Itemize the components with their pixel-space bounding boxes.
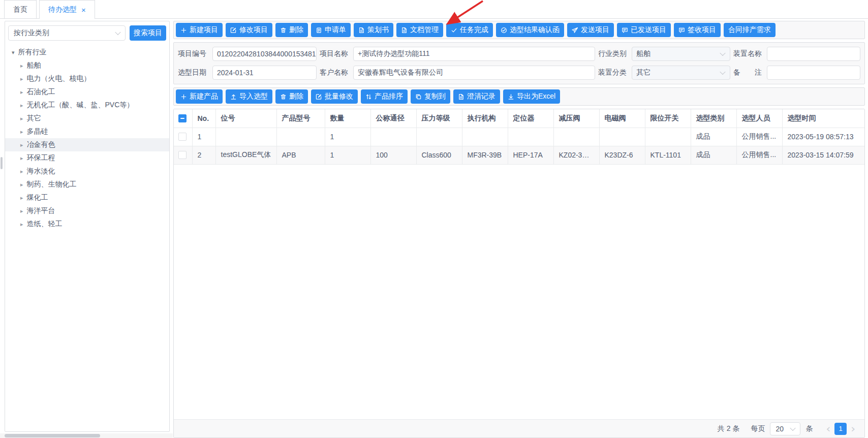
row-checkbox-cell [174, 128, 192, 146]
column-header: 位号 [215, 109, 276, 128]
delete-project-button[interactable]: 删除 [275, 23, 308, 37]
export-excel-button[interactable]: 导出为Excel [503, 89, 560, 104]
page-size-value: 20 [776, 425, 784, 433]
delete-product-button[interactable]: 删除 [275, 89, 308, 104]
row-checkbox[interactable] [178, 133, 187, 141]
tree-item-label: 煤化工 [27, 193, 48, 202]
tree-item[interactable]: ▸海水淡化 [5, 165, 169, 178]
per-page-label: 每页 [751, 424, 765, 433]
device-class-select[interactable]: 其它 [632, 66, 730, 80]
tree-item-label: 海水淡化 [27, 167, 55, 176]
product-sort-button[interactable]: 产品排序 [361, 89, 408, 104]
planning-book-button[interactable]: 策划书 [354, 23, 393, 37]
tree-item[interactable]: ▸环保工程 [5, 151, 169, 165]
column-header: 压力等级 [416, 109, 462, 128]
next-page-button[interactable]: › [849, 423, 857, 434]
tree-item-label: 多晶硅 [27, 127, 48, 136]
table-cell: 100 [370, 146, 416, 164]
field-label-device-name: 装置名称 [733, 49, 764, 58]
tree-item[interactable]: ▸冶金有色 [5, 138, 169, 151]
selection-result-confirmation-button[interactable]: 选型结果确认函 [496, 23, 564, 37]
contract-production-demand-button[interactable]: 合同排产需求 [724, 23, 776, 37]
receive-project-button[interactable]: 签收项目 [674, 23, 721, 37]
device-name-input[interactable] [767, 47, 860, 61]
selection-date-input[interactable]: 2024-01-31 [212, 66, 317, 80]
caret-right-icon: ▸ [20, 142, 23, 148]
project-no-input[interactable]: 01202204281038440001534816 [212, 47, 317, 61]
table-cell: 2 [192, 146, 215, 164]
tree-item[interactable]: ▸其它 [5, 112, 169, 125]
tab-home[interactable]: 首页 [4, 0, 37, 18]
button-label: 产品排序 [375, 92, 403, 101]
search-project-button[interactable]: 搜索项目 [130, 25, 166, 41]
industry-select[interactable]: 船舶 [632, 47, 730, 61]
batch-edit-button[interactable]: 批量修改 [311, 89, 358, 104]
caret-right-icon: ▸ [20, 116, 23, 121]
column-header: 产品型号 [276, 109, 325, 128]
tree-item[interactable]: ▸海洋平台 [5, 204, 169, 217]
unit-label: 条 [805, 424, 813, 433]
row-checkbox[interactable] [178, 151, 187, 159]
table-row[interactable]: 11成品公用销售...2023-05-19 08:57:13 [174, 128, 864, 146]
sort-icon [365, 93, 372, 100]
button-label: 新建项目 [190, 25, 218, 35]
table-cell: 1 [192, 128, 215, 146]
tree-item[interactable]: ▸石油化工 [5, 85, 169, 99]
edit-icon [316, 93, 322, 100]
application-form-button[interactable]: 申请单 [311, 23, 351, 37]
table-cell [508, 128, 553, 146]
tree-item[interactable]: ▸造纸、轻工 [5, 217, 169, 231]
total-count-label: 共 2 条 [718, 424, 740, 433]
button-label: 批量修改 [325, 92, 353, 101]
page-1-button[interactable]: 1 [834, 423, 847, 435]
column-header: 电磁阀 [599, 109, 645, 128]
prev-page-button[interactable]: ‹ [824, 423, 832, 434]
edit-project-button[interactable]: 修改项目 [226, 23, 272, 37]
table-cell: 2023-03-15 14:07:59 [782, 146, 864, 164]
industry-filter-select[interactable]: 按行业类别 [8, 25, 126, 41]
remark-input[interactable] [767, 66, 860, 80]
tree-item[interactable]: ▸煤化工 [5, 191, 169, 204]
tree-item[interactable]: ▸船舶 [5, 59, 169, 72]
edit-icon [230, 27, 237, 34]
product-table: No.位号产品型号数量公称通径压力等级执行机构定位器减压阀电磁阀限位开关选型类别… [174, 109, 864, 165]
doc-icon [458, 93, 464, 100]
caret-right-icon: ▸ [20, 103, 23, 108]
copy-to-button[interactable]: 复制到 [411, 89, 450, 104]
clarification-record-button[interactable]: 澄清记录 [453, 89, 500, 104]
page-size-select[interactable]: 20 [770, 422, 800, 435]
new-product-button[interactable]: 新建产品 [176, 89, 223, 104]
tree-item[interactable]: ▸无机化工（酸、碱、盐、PVC等） [5, 99, 169, 112]
document-management-button[interactable]: 文档管理 [396, 23, 443, 37]
button-label: 删除 [289, 92, 303, 101]
chevron-down-icon [790, 425, 796, 430]
chevron-down-icon [115, 29, 120, 35]
industry-tree: ▾ 所有行业 ▸船舶▸电力（火电、核电）▸石油化工▸无机化工（酸、碱、盐、PVC… [5, 46, 169, 231]
caret-right-icon: ▸ [20, 129, 23, 135]
sent-projects-button[interactable]: 已发送项目 [617, 23, 671, 37]
sidebar-hscrollbar-thumb[interactable] [5, 434, 100, 437]
caret-right-icon: ▸ [20, 195, 23, 201]
tree-item[interactable]: ▸多晶硅 [5, 125, 169, 138]
tree-item-all-industries[interactable]: ▾ 所有行业 [5, 46, 169, 59]
tree-item[interactable]: ▸电力（火电、核电） [5, 72, 169, 85]
table-cell [416, 128, 462, 146]
project-name-input[interactable]: +测试待办选型功能111 [353, 47, 595, 61]
table-cell: Class600 [416, 146, 462, 164]
tree-item[interactable]: ▸制药、生物化工 [5, 178, 169, 191]
select-all-checkbox[interactable] [178, 114, 187, 122]
send-project-button[interactable]: 发送项目 [567, 23, 614, 37]
send-icon [572, 27, 578, 34]
task-complete-button[interactable]: 任务完成 [446, 23, 493, 37]
column-header: 选型类别 [691, 109, 736, 128]
caret-right-icon: ▸ [20, 89, 23, 95]
import-selection-button[interactable]: 导入选型 [226, 89, 272, 104]
customer-name-input[interactable]: 安徽春辉电气设备有限公司 [353, 66, 595, 80]
new-project-button[interactable]: 新建项目 [176, 23, 223, 37]
customer-name-value: 安徽春辉电气设备有限公司 [358, 68, 443, 77]
table-row[interactable]: 2testGLOBE气体APB1100Class600MF3R-39BHEP-1… [174, 146, 864, 164]
tab-pending-selection[interactable]: 待办选型 × [39, 0, 95, 19]
sidebar-search-row: 按行业类别 搜索项目 [5, 24, 169, 46]
close-icon[interactable]: × [81, 6, 86, 14]
sidebar-vscrollbar-thumb[interactable] [1, 157, 3, 169]
